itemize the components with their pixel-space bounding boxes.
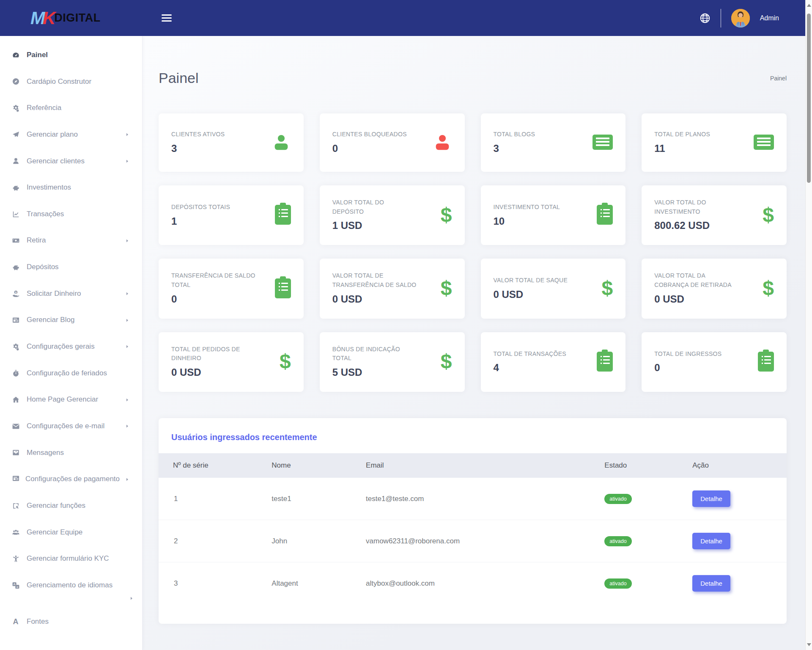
- stat-label: VALOR TOTAL DA COBRANÇA DE RETIRADA: [654, 271, 739, 289]
- sidebar-item-mensagens[interactable]: Mensagens: [0, 440, 142, 466]
- chevron-right-icon: [125, 318, 129, 322]
- stat-value: 4: [494, 362, 566, 374]
- sidebar-item-cardapio-construtor[interactable]: Cardápio Construtor: [0, 69, 142, 95]
- dollar-icon: $: [763, 205, 774, 225]
- stat-card-valor-total-de-saque: VALOR TOTAL DE SAQUE0 USD$: [481, 259, 626, 318]
- sidebar-item-label: Gerenciar Equipe: [27, 527, 129, 538]
- sidebar-item-gerenciar-plano[interactable]: Gerenciar plano: [0, 121, 142, 148]
- sidebar-item-gerenciar-equipe[interactable]: Gerenciar Equipe: [0, 519, 142, 546]
- sidebar-item-label: Configurações de pagamento: [25, 475, 120, 483]
- sidebar-item-label: Referência: [27, 103, 129, 113]
- stat-card-total-de-transacoes: TOTAL DE TRANSAÇÕES4: [481, 332, 626, 392]
- cell-name: John: [272, 520, 366, 562]
- stat-value: 1 USD: [332, 220, 417, 231]
- clipboard-icon: [758, 352, 774, 372]
- sidebar-item-label: Mensagens: [27, 448, 129, 458]
- sidebar-item-home-page-gerenciar[interactable]: Home Page Gerenciar: [0, 386, 142, 413]
- chevron-right-icon: [125, 159, 129, 163]
- sidebar-item-gerenciar-blog[interactable]: Gerenciar Blog: [0, 307, 142, 333]
- stat-value: 11: [654, 143, 710, 154]
- font-icon: A: [11, 618, 20, 626]
- stat-value: 0: [332, 143, 407, 154]
- stat-text: TOTAL DE PEDIDOS DE DINHEIRO0 USD: [171, 345, 256, 378]
- stat-card-total-de-pedidos-de-dinheiro: TOTAL DE PEDIDOS DE DINHEIRO0 USD$: [159, 332, 304, 392]
- user-avatar[interactable]: [731, 9, 750, 28]
- status-badge: ativado: [604, 494, 631, 504]
- scroll-up-arrow-icon[interactable]: [807, 4, 811, 7]
- user-icon: [433, 132, 452, 152]
- sidebar-item-gerenciar-funcoes[interactable]: Gerenciar funções: [0, 493, 142, 519]
- page-header: Painel Painel: [159, 70, 787, 86]
- sidebar-item-gerenciar-formulario-kyc[interactable]: Gerenciar formulário KYC: [0, 545, 142, 572]
- chart-line-icon: [11, 210, 20, 218]
- stat-label: BÔNUS DE INDICAÇÃO TOTAL: [332, 345, 417, 363]
- stat-label: VALOR TOTAL DE TRANSFERÊNCIA DE SALDO: [332, 271, 417, 289]
- stat-text: TOTAL DE PLANOS11: [654, 130, 710, 154]
- column-header-nome: Nome: [272, 453, 366, 478]
- sidebar-item-gerenciar-clientes[interactable]: Gerenciar clientes: [0, 148, 142, 175]
- stat-card-depositos-totais: DEPÓSITOS TOTAIS1: [159, 185, 304, 245]
- chevron-right-icon: [125, 292, 129, 296]
- hand-dollar-icon: $: [11, 289, 20, 298]
- sidebar-item-configuracoes-de-e-mail[interactable]: Configurações de e-mail: [0, 413, 142, 440]
- stat-label: TOTAL DE INGRESSOS: [654, 350, 721, 359]
- stat-text: VALOR TOTAL DO INVESTIMENTO800.62 USD: [654, 198, 739, 231]
- hamburger-menu-icon[interactable]: [162, 13, 173, 23]
- globe-icon[interactable]: [700, 13, 710, 24]
- cell-serial: 2: [159, 520, 272, 562]
- sidebar-item-referencia[interactable]: Referência: [0, 95, 142, 121]
- cell-serial: 3: [159, 562, 272, 605]
- sidebar-item-investimentos[interactable]: Investimentos: [0, 174, 142, 201]
- sidebar-item-label: Gerenciar formulário KYC: [27, 554, 129, 564]
- detail-button[interactable]: Detalhe: [692, 490, 730, 507]
- language-icon: Aa: [11, 581, 20, 589]
- scroll-down-arrow-icon[interactable]: [807, 643, 811, 646]
- stat-label: CLIENTES ATIVOS: [171, 130, 225, 139]
- sidebar-item-transacoes[interactable]: Transações: [0, 201, 142, 228]
- stat-value: 0 USD: [332, 293, 417, 305]
- detail-button[interactable]: Detalhe: [692, 533, 730, 549]
- stat-value: 5 USD: [332, 366, 417, 378]
- sidebar-item-retira[interactable]: Retira: [0, 227, 142, 254]
- stat-card-valor-total-da-cobranca-de-retirada: VALOR TOTAL DA COBRANÇA DE RETIRADA0 USD…: [642, 259, 787, 318]
- status-badge: ativado: [604, 536, 631, 546]
- stat-value: 0 USD: [654, 293, 739, 305]
- stopwatch-icon: [11, 369, 20, 377]
- chevron-right-icon: [125, 398, 129, 402]
- stat-value: 0: [171, 293, 256, 305]
- sidebar-item-fontes[interactable]: AFontes: [0, 609, 142, 635]
- stat-card-bonus-de-indicacao-total: BÔNUS DE INDICAÇÃO TOTAL5 USD$: [320, 332, 465, 392]
- stat-value: 0 USD: [494, 289, 568, 300]
- detail-button[interactable]: Detalhe: [692, 575, 730, 592]
- sidebar-item-label: Solicitar Dinheiro: [27, 289, 121, 299]
- clipboard-icon: [275, 205, 291, 225]
- sidebar-item-label: Painel: [27, 50, 129, 61]
- sidebar-item-label: Gerenciar clientes: [27, 156, 121, 167]
- stat-text: DEPÓSITOS TOTAIS1: [171, 203, 230, 227]
- user-name[interactable]: Admin: [760, 14, 779, 22]
- sidebar-item-configuracao-de-feriados[interactable]: Configuração de feriados: [0, 360, 142, 387]
- chevron-right-icon: [125, 344, 129, 349]
- sidebar-item-label: Gerenciar plano: [27, 129, 121, 140]
- sidebar-item-painel[interactable]: Painel: [0, 42, 142, 69]
- dollar-icon: $: [280, 351, 291, 372]
- sidebar-item-configuracoes-gerais[interactable]: Configurações gerais: [0, 333, 142, 360]
- svg-text:$: $: [15, 290, 16, 293]
- stat-card-valor-total-do-investimento: VALOR TOTAL DO INVESTIMENTO800.62 USD$: [642, 185, 787, 245]
- stat-value: 3: [494, 143, 535, 154]
- stat-text: BÔNUS DE INDICAÇÃO TOTAL5 USD: [332, 345, 417, 378]
- chevron-right-icon: [125, 239, 129, 243]
- app-logo[interactable]: M K DIGITAL: [0, 9, 143, 27]
- sidebar-item-configuracoes-de-pagamento[interactable]: Configurações de pagamento: [0, 466, 142, 493]
- stat-text: TRANSFERÊNCIA DE SALDO TOTAL0: [171, 271, 256, 305]
- page-title: Painel: [159, 70, 199, 86]
- sidebar-item-gerenciamento-de-idiomas[interactable]: AaGerenciamento de idiomas: [0, 572, 142, 609]
- scrollbar-thumb[interactable]: [807, 14, 811, 183]
- dollar-icon: $: [441, 278, 452, 298]
- stat-card-investimento-total: INVESTIMENTO TOTAL10: [481, 185, 626, 245]
- sidebar-item-depositos[interactable]: Depósitos: [0, 254, 142, 281]
- stat-card-transferencia-de-saldo-total: TRANSFERÊNCIA DE SALDO TOTAL0: [159, 259, 304, 318]
- table-row: 1teste1teste1@teste.comativadoDetalhe: [159, 478, 787, 520]
- sidebar-item-solicitar-dinheiro[interactable]: $Solicitar Dinheiro: [0, 281, 142, 307]
- scrollbar[interactable]: [805, 0, 812, 650]
